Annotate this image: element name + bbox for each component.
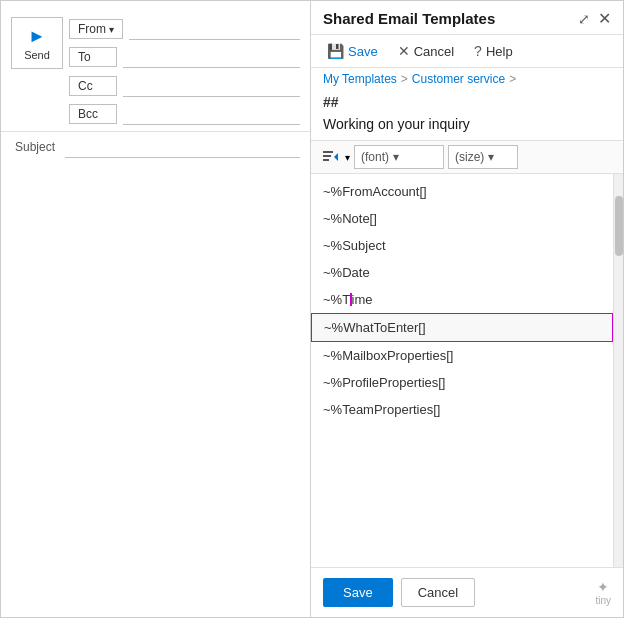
subject-row: Subject xyxy=(1,131,310,162)
variable-item-profile-properties[interactable]: ~%ProfileProperties[] xyxy=(311,369,613,396)
variables-container: ~%FromAccount[]~%Note[]~%Subject~%Date~%… xyxy=(311,174,623,567)
help-icon: ? xyxy=(474,43,482,59)
svg-marker-3 xyxy=(334,153,338,161)
bcc-input[interactable] xyxy=(123,103,300,125)
variable-item-from-account[interactable]: ~%FromAccount[] xyxy=(311,178,613,205)
size-label: (size) xyxy=(455,150,484,164)
editor-toolbar: ▾ (font) ▾ (size) ▾ xyxy=(311,140,623,174)
from-row: From ▾ xyxy=(69,18,300,40)
scrollbar[interactable] xyxy=(613,174,623,567)
svg-rect-1 xyxy=(323,155,331,157)
panel-header: Shared Email Templates ⤢ ✕ xyxy=(311,1,623,35)
cancel-toolbar-button[interactable]: ✕ Cancel xyxy=(394,41,458,61)
from-label: From xyxy=(78,22,106,36)
format-icon[interactable] xyxy=(319,146,341,168)
shared-email-templates-panel: Shared Email Templates ⤢ ✕ 💾 Save ✕ Canc… xyxy=(311,1,623,617)
tiny-icon: ✦ xyxy=(597,579,609,595)
breadcrumb-sep2: > xyxy=(509,72,516,86)
format-chevron[interactable]: ▾ xyxy=(345,152,350,163)
variables-list: ~%FromAccount[]~%Note[]~%Subject~%Date~%… xyxy=(311,174,613,567)
variable-item-note[interactable]: ~%Note[] xyxy=(311,205,613,232)
footer-buttons: Save Cancel xyxy=(323,578,475,607)
font-dropdown[interactable]: (font) ▾ xyxy=(354,145,444,169)
bcc-label: Bcc xyxy=(78,107,98,121)
font-label: (font) xyxy=(361,150,389,164)
panel-footer: Save Cancel ✦ tiny xyxy=(311,567,623,617)
breadcrumb-customer-service[interactable]: Customer service xyxy=(412,72,505,86)
subject-input[interactable] xyxy=(65,136,300,158)
help-toolbar-button[interactable]: ? Help xyxy=(470,41,517,61)
size-chevron: ▾ xyxy=(488,150,494,164)
cc-button[interactable]: Cc xyxy=(69,76,117,96)
template-title: Working on your inquiry xyxy=(311,114,623,140)
tiny-label: tiny xyxy=(595,595,611,606)
variable-item-time[interactable]: ~%Time xyxy=(311,286,613,313)
from-input[interactable] xyxy=(129,18,300,40)
variable-item-subject[interactable]: ~%Subject xyxy=(311,232,613,259)
email-compose-panel: ► Send From ▾ To xyxy=(1,1,311,617)
email-fields: ► Send From ▾ To xyxy=(1,11,310,131)
cc-label: Cc xyxy=(78,79,93,93)
variable-item-date[interactable]: ~%Date xyxy=(311,259,613,286)
help-toolbar-label: Help xyxy=(486,44,513,59)
breadcrumb: My Templates > Customer service > xyxy=(311,68,623,90)
cc-input[interactable] xyxy=(123,75,300,97)
cancel-toolbar-label: Cancel xyxy=(414,44,454,59)
bcc-row: Bcc xyxy=(11,103,300,125)
panel-controls: ⤢ ✕ xyxy=(578,9,611,28)
save-icon: 💾 xyxy=(327,43,344,59)
send-icon: ► xyxy=(28,26,46,47)
variable-item-team-properties[interactable]: ~%TeamProperties[] xyxy=(311,396,613,423)
footer-save-button[interactable]: Save xyxy=(323,578,393,607)
subject-label: Subject xyxy=(11,140,59,154)
send-button[interactable]: ► Send xyxy=(11,17,63,69)
pin-icon[interactable]: ⤢ xyxy=(578,11,590,27)
breadcrumb-sep1: > xyxy=(401,72,408,86)
save-toolbar-label: Save xyxy=(348,44,378,59)
scrollbar-thumb xyxy=(615,196,623,256)
to-row: To xyxy=(69,46,300,68)
variable-item-mailbox-properties[interactable]: ~%MailboxProperties[] xyxy=(311,342,613,369)
compose-area[interactable] xyxy=(1,162,310,617)
cancel-icon: ✕ xyxy=(398,43,410,59)
to-button[interactable]: To xyxy=(69,47,117,67)
to-input[interactable] xyxy=(123,46,300,68)
breadcrumb-my-templates[interactable]: My Templates xyxy=(323,72,397,86)
font-chevron: ▾ xyxy=(393,150,399,164)
field-labels: From ▾ To xyxy=(69,18,300,68)
save-toolbar-button[interactable]: 💾 Save xyxy=(323,41,382,61)
cc-row: Cc xyxy=(11,75,300,97)
svg-rect-0 xyxy=(323,151,333,153)
variable-item-what-to-enter[interactable]: ~%WhatToEnter[] xyxy=(311,313,613,342)
to-label: To xyxy=(78,50,91,64)
svg-rect-2 xyxy=(323,159,329,161)
send-label: Send xyxy=(24,49,50,61)
from-dropdown-icon: ▾ xyxy=(109,24,114,35)
tiny-logo: ✦ tiny xyxy=(595,579,611,606)
close-icon[interactable]: ✕ xyxy=(598,9,611,28)
template-hash: ## xyxy=(311,90,623,114)
size-dropdown[interactable]: (size) ▾ xyxy=(448,145,518,169)
template-toolbar: 💾 Save ✕ Cancel ? Help xyxy=(311,35,623,68)
footer-cancel-button[interactable]: Cancel xyxy=(401,578,475,607)
from-button[interactable]: From ▾ xyxy=(69,19,123,39)
panel-title: Shared Email Templates xyxy=(323,10,495,27)
bcc-button[interactable]: Bcc xyxy=(69,104,117,124)
send-from-row: ► Send From ▾ To xyxy=(11,17,300,69)
